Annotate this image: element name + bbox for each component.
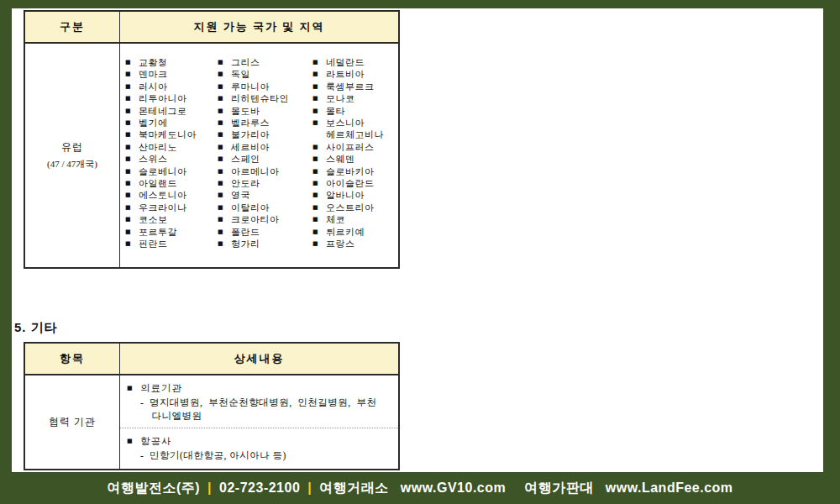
country-label: 사이프러스 <box>326 141 375 153</box>
country-item: ■러시아 <box>125 81 218 92</box>
country-item: ■보스니아 헤르체고비나 <box>312 117 400 141</box>
bullet-icon: ■ <box>312 105 326 117</box>
country-label: 라트비아 <box>326 68 365 80</box>
country-label: 스페인 <box>231 153 260 165</box>
country-label: 안도라 <box>231 177 260 189</box>
country-column-1: ■교황청■덴마크■러시아■리투아니아■몬테네그로■벨기에■북마케도니아■산마리노… <box>125 56 218 267</box>
country-item: ■몬테네그로 <box>125 105 218 117</box>
bullet-icon: ■ <box>125 226 139 238</box>
bullet-icon: ■ <box>125 105 139 117</box>
bullet-icon: ■ <box>312 56 326 68</box>
country-item: ■영국 <box>218 189 312 201</box>
country-item: ■스위스 <box>125 153 218 165</box>
bullet-icon: ■ <box>312 177 326 189</box>
bullet-icon: ■ <box>312 117 326 141</box>
country-label: 아르메니아 <box>231 165 280 177</box>
country-label: 몬테네그로 <box>139 105 187 117</box>
medical-section: ■ 의료기관 - 명지대병원, 부천순천향대병원, 인천길병원, 부천 다니엘병… <box>120 375 398 428</box>
country-label: 산마리노 <box>139 141 177 153</box>
footer-stand-url: www.LandFee.com <box>606 480 733 496</box>
bullet-icon: ■ <box>218 129 231 140</box>
country-label: 에스토니아 <box>139 189 187 201</box>
bullet-icon: ■ <box>218 92 231 104</box>
country-item: ■오스트리아 <box>312 202 400 213</box>
footer-separator: | <box>207 480 212 496</box>
country-label: 알바니아 <box>326 189 365 201</box>
country-item: ■독일 <box>218 68 312 80</box>
country-item: ■알바니아 <box>312 189 400 201</box>
footer-exchange-label: 여행거래소 <box>319 480 389 497</box>
bullet-icon: ■ <box>218 165 231 177</box>
country-label: 리투아니아 <box>139 92 187 104</box>
bullet-icon: ■ <box>125 68 139 80</box>
country-label: 핀란드 <box>139 238 168 249</box>
country-item: ■벨기에 <box>125 117 218 129</box>
country-item: ■슬로베니아 <box>125 165 218 177</box>
europe-countries-cell: ■교황청■덴마크■러시아■리투아니아■몬테네그로■벨기에■북마케도니아■산마리노… <box>120 44 400 267</box>
country-label: 코소보 <box>139 213 168 225</box>
europe-table-header-countries: 지원 가능 국가 및 지역 <box>120 12 398 42</box>
etc-item-cell: 협력 기관 <box>25 375 120 469</box>
country-item: ■아이슬란드 <box>312 177 400 189</box>
airline-title: 항공사 <box>140 434 172 449</box>
footer-stand-label: 여행가판대 <box>524 480 594 497</box>
country-label: 보스니아 헤르체고비나 <box>326 117 384 141</box>
country-label: 체코 <box>326 213 345 225</box>
country-item: ■사이프러스 <box>312 141 400 153</box>
country-item: ■그리스 <box>218 56 312 68</box>
country-label: 폴란드 <box>231 226 260 238</box>
country-label: 네덜란드 <box>326 56 365 68</box>
bullet-icon: ■ <box>218 117 231 129</box>
country-item: ■아르메니아 <box>218 165 312 177</box>
bullet-icon: ■ <box>312 141 326 153</box>
country-item: ■슬로바키아 <box>312 165 400 177</box>
country-label: 독일 <box>231 68 250 80</box>
country-item: ■덴마크 <box>125 68 218 80</box>
country-item: ■핀란드 <box>125 238 218 249</box>
country-item: ■체코 <box>312 213 400 225</box>
europe-category-label: 유럽 <box>61 140 83 155</box>
country-item: ■모나코 <box>312 92 400 104</box>
country-label: 튀르키예 <box>326 226 365 238</box>
country-label: 룩셈부르크 <box>326 81 375 92</box>
bullet-icon: ■ <box>218 153 231 165</box>
footer-exchange-url: www.GV10.com <box>401 480 506 496</box>
bullet-icon: ■ <box>127 381 140 396</box>
bullet-icon: ■ <box>218 141 231 153</box>
bullet-icon: ■ <box>218 105 231 117</box>
bullet-icon: ■ <box>125 129 139 140</box>
country-item: ■스페인 <box>218 153 312 165</box>
country-item: ■에스토니아 <box>125 189 218 201</box>
country-item: ■크로아티아 <box>218 213 312 225</box>
country-item: ■안도라 <box>218 177 312 189</box>
bullet-icon: ■ <box>125 141 139 153</box>
etc-table-header-item: 항목 <box>25 344 120 374</box>
country-label: 모나코 <box>326 92 355 104</box>
bullet-icon: ■ <box>312 226 326 238</box>
bullet-icon: ■ <box>125 189 139 201</box>
bullet-icon: ■ <box>312 81 326 92</box>
country-label: 벨라루스 <box>231 117 270 129</box>
bullet-icon: ■ <box>125 177 139 189</box>
country-label: 아일랜드 <box>139 177 177 189</box>
country-label: 프랑스 <box>326 238 355 249</box>
document-page: 구분 지원 가능 국가 및 지역 유럽 (47 / 47개국) ■교황청■덴마크… <box>12 8 823 472</box>
country-label: 스웨덴 <box>326 153 355 165</box>
bullet-icon: ■ <box>218 68 231 80</box>
bullet-icon: ■ <box>312 238 326 249</box>
country-item: ■라트비아 <box>312 68 400 80</box>
country-label: 몰도바 <box>231 105 260 117</box>
country-item: ■프랑스 <box>312 238 400 249</box>
country-item: ■헝가리 <box>218 238 312 249</box>
etc-table-header-detail: 상세내용 <box>120 344 398 374</box>
country-item: ■튀르키예 <box>312 226 400 238</box>
bullet-icon: ■ <box>218 189 231 201</box>
europe-table-header-category: 구분 <box>25 12 120 42</box>
footer-phone: 02-723-2100 <box>219 480 300 496</box>
country-label: 루마니아 <box>231 81 270 92</box>
airline-title-row: ■ 항공사 <box>127 434 391 449</box>
country-item: ■아일랜드 <box>125 177 218 189</box>
country-item: ■산마리노 <box>125 141 218 153</box>
etc-table-body-row: 협력 기관 ■ 의료기관 - 명지대병원, 부천순천향대병원, 인천길병원, 부… <box>25 375 398 469</box>
footer-separator: | <box>307 480 312 496</box>
